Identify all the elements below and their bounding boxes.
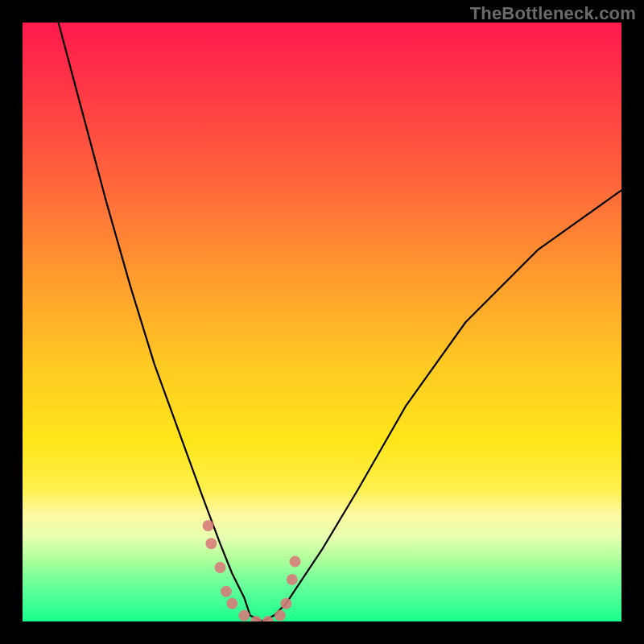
plot-area <box>23 23 621 621</box>
curve-layer <box>59 23 621 621</box>
watermark-text: TheBottleneck.com <box>470 3 636 24</box>
data-point <box>221 586 232 597</box>
chart-frame: TheBottleneck.com <box>0 0 644 644</box>
data-point <box>203 520 214 531</box>
chart-svg <box>23 23 621 621</box>
data-point <box>287 574 298 585</box>
data-point <box>215 562 226 573</box>
data-point <box>275 610 286 621</box>
data-point <box>226 598 237 609</box>
data-point <box>238 610 250 621</box>
bottleneck-curve <box>59 23 621 621</box>
data-point <box>205 538 217 549</box>
data-point <box>290 556 301 568</box>
data-point <box>280 598 291 609</box>
